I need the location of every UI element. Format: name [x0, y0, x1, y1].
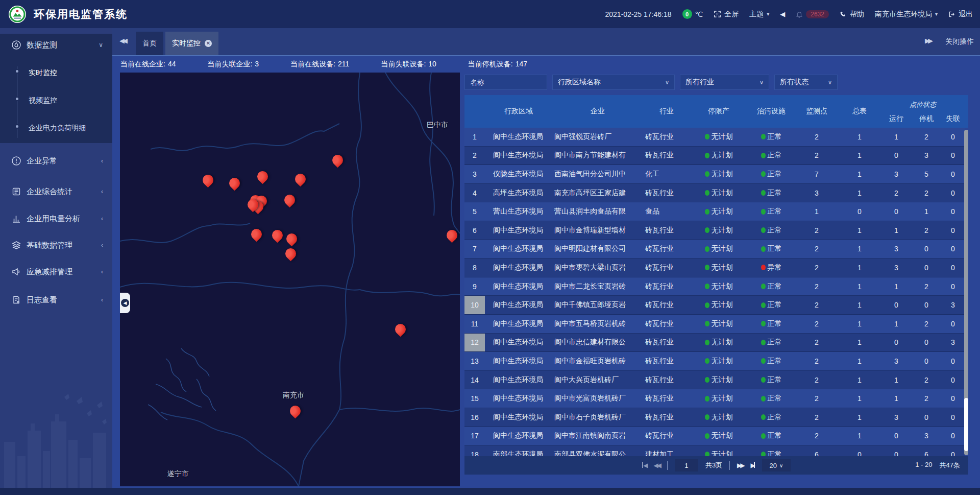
row-index: 16	[464, 408, 485, 427]
close-operations-button[interactable]: 关闭操作	[945, 37, 974, 46]
prev-page-icon[interactable]: ◀◀	[653, 462, 659, 469]
table-row[interactable]: 2阆中生态环境局阆中市南方节能建材有砖瓦行业无计划正常21030	[464, 147, 965, 166]
status-dot-green	[705, 302, 709, 308]
first-page-icon[interactable]: ◀	[642, 462, 646, 469]
cell-region: 营山生态环境局	[485, 202, 552, 221]
sound-toggle[interactable]: ◀	[780, 10, 785, 18]
status-dot-green	[761, 153, 766, 158]
table-row[interactable]: 18南部生态环境局南部县双佛水泥有限公建材加工无计划正常60060	[464, 445, 965, 456]
table-row[interactable]: 3仪陇生态环境局西南油气田分公司川中化工无计划正常71350	[464, 165, 965, 184]
cell-stop: 3	[912, 427, 941, 445]
cell-points: 2	[795, 408, 838, 427]
cell-industry: 砖瓦行业	[643, 147, 690, 165]
tab-home[interactable]: 首页	[136, 32, 163, 55]
cell-stop: 0	[912, 296, 941, 314]
row-index: 13	[464, 352, 485, 370]
fullscreen-button[interactable]: 全屏	[714, 10, 739, 19]
tabs-scroll-left-icon[interactable]: ◀◀	[119, 37, 126, 44]
cell-lost: 0	[941, 258, 965, 277]
cell-stop: 3	[912, 147, 941, 165]
footer-strip	[0, 488, 980, 495]
cell-industry: 砖瓦行业	[643, 371, 690, 389]
tab-live-monitor[interactable]: 实时监控 ✕	[165, 32, 218, 55]
sidebar-group-logs[interactable]: 日志查看 ‹	[0, 289, 112, 311]
next-page-icon[interactable]: ▶▶	[737, 462, 743, 469]
col-header-region: 行政区域	[485, 95, 552, 128]
cell-meters: 1	[838, 315, 881, 333]
help-button[interactable]: 帮助	[840, 10, 864, 19]
table-row[interactable]: 15阆中生态环境局阆中市光富页岩机砖厂砖瓦行业无计划正常21120	[464, 389, 965, 408]
sidebar-group-emergency[interactable]: 应急减排管理 ‹	[0, 261, 112, 283]
cell-company: 南充市高坪区王家店建	[552, 184, 643, 202]
chevron-left-icon: ‹	[101, 157, 103, 164]
table-row[interactable]: 14阆中生态环境局阆中大兴页岩机砖厂砖瓦行业无计划正常21120	[464, 371, 965, 390]
cell-lost: 0	[941, 184, 965, 202]
sidebar-group-base-data[interactable]: 基础数据管理 ‹	[0, 234, 112, 256]
sidebar-item-video-monitor[interactable]: 视频监控	[0, 90, 112, 111]
cell-meters: 1	[838, 352, 881, 370]
org-dropdown[interactable]: 南充市生态环境局▾	[875, 10, 938, 19]
cell-facility-status: 正常	[747, 147, 795, 165]
cell-meters: 1	[838, 128, 881, 146]
chevron-left-icon: ‹	[101, 215, 103, 222]
stats-icon	[11, 186, 21, 197]
sidebar-item-power-load-detail[interactable]: 企业电力负荷明细	[0, 118, 112, 138]
page-size-select[interactable]: 20 ∨	[762, 459, 791, 472]
row-index: 5	[464, 202, 485, 221]
table-row[interactable]: 12阆中生态环境局阆中市忠信建材有限公砖瓦行业无计划正常21003	[464, 334, 965, 352]
sidebar-group-company-anomaly[interactable]: 企业异常 ‹	[0, 150, 112, 172]
table-row[interactable]: 5营山生态环境局营山县润丰肉食品有限食品无计划正常10010	[464, 202, 965, 221]
map-canvas[interactable]: ◀ 巴中市南充市遂宁市	[120, 73, 460, 486]
status-dot-green	[761, 433, 766, 439]
table-row[interactable]: 10阆中生态环境局阆中千佛镇五郎垭页岩砖瓦行业无计划正常21003	[464, 296, 965, 315]
sidebar-group-data-monitor[interactable]: 数据监测 ∨	[0, 34, 112, 56]
industry-select[interactable]: 所有行业 ∨	[680, 75, 769, 90]
stat-online-companies: 当前在线企业:44	[120, 60, 176, 69]
fullscreen-icon	[714, 10, 721, 18]
cell-facility-status: 正常	[747, 315, 795, 333]
sidebar-collapse-handle[interactable]: ◀	[120, 293, 130, 313]
cell-points: 2	[795, 128, 838, 146]
name-search-input[interactable]	[464, 75, 547, 90]
tabs-scroll-right-icon[interactable]: ▶▶	[925, 37, 931, 44]
table-row[interactable]: 1阆中生态环境局阆中强锐页岩砖厂砖瓦行业无计划正常21120	[464, 128, 965, 147]
cell-lost: 0	[941, 445, 965, 456]
region-select[interactable]: 行政区域名称 ∨	[552, 75, 675, 90]
cell-limit-status: 无计划	[690, 352, 747, 370]
sidebar-group-company-stats[interactable]: 企业综合统计 ‹	[0, 180, 112, 203]
cell-industry: 砖瓦行业	[643, 389, 690, 408]
table-row[interactable]: 4高坪生态环境局南充市高坪区王家店建砖瓦行业无计划正常31220	[464, 184, 965, 203]
row-index: 4	[464, 184, 485, 202]
cell-meters: 0	[838, 202, 881, 221]
table-row[interactable]: 7阆中生态环境局阆中明阳建材有限公司砖瓦行业无计划正常21300	[464, 240, 965, 259]
cell-limit-status: 无计划	[690, 147, 747, 165]
cell-region: 阆中生态环境局	[485, 427, 552, 445]
logout-button[interactable]: 退出	[948, 10, 973, 19]
table-row[interactable]: 16阆中生态环境局阆中市石子页岩机砖厂砖瓦行业无计划正常21300	[464, 408, 965, 427]
cell-company: 阆中市五马桥页岩机砖	[552, 315, 643, 333]
status-dot-green	[705, 414, 709, 420]
notifications[interactable]: 2632	[796, 10, 829, 18]
theme-dropdown[interactable]: 主题▾	[749, 10, 769, 19]
cell-region: 阆中生态环境局	[485, 296, 552, 314]
table-row[interactable]: 8阆中生态环境局阆中市枣碧大梁山页岩砖瓦行业无计划异常21300	[464, 258, 965, 277]
table-row[interactable]: 6阆中生态环境局阆中市金博瑞新型墙材砖瓦行业无计划正常21120	[464, 221, 965, 240]
sidebar-group-power-analysis[interactable]: 企业用电量分析 ‹	[0, 207, 112, 230]
page-number-input[interactable]	[675, 459, 698, 472]
table-row[interactable]: 9阆中生态环境局阆中市二龙长宝页岩砖砖瓦行业无计划正常21120	[464, 277, 965, 296]
cell-lost: 3	[941, 334, 965, 352]
temperature: 0 ℃	[682, 9, 703, 19]
temperature-unit: ℃	[695, 10, 703, 18]
table-row[interactable]: 13阆中生态环境局阆中市金福旺页岩机砖砖瓦行业无计划正常21300	[464, 352, 965, 371]
status-select[interactable]: 所有状态 ∨	[774, 75, 838, 90]
scrollbar-thumb[interactable]	[964, 398, 968, 451]
cell-industry: 砖瓦行业	[643, 258, 690, 277]
table-row[interactable]: 17阆中生态环境局阆中市江南镇阆南页岩砖瓦行业无计划正常21030	[464, 427, 965, 446]
cell-lost: 0	[941, 315, 965, 333]
tab-close-icon[interactable]: ✕	[205, 40, 212, 47]
table-row[interactable]: 11阆中生态环境局阆中市五马桥页岩机砖砖瓦行业无计划正常21120	[464, 315, 965, 334]
sidebar-item-live-monitor[interactable]: 实时监控	[0, 63, 112, 83]
log-file-icon	[11, 295, 21, 305]
last-page-icon[interactable]: ▶	[751, 462, 755, 469]
table-scrollbar[interactable]	[964, 130, 968, 455]
